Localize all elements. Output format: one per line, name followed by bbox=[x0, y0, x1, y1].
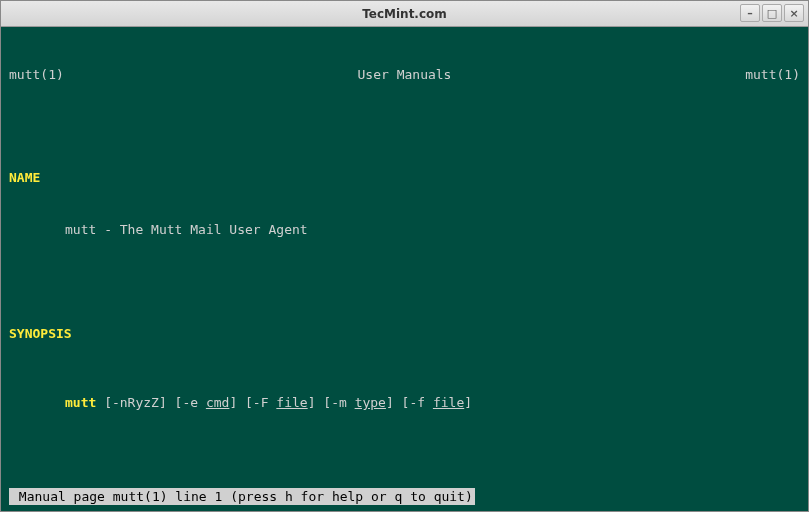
close-button[interactable]: × bbox=[784, 4, 804, 22]
header-center: User Manuals bbox=[358, 66, 452, 83]
window-controls: – □ × bbox=[740, 4, 804, 22]
pager-status: Manual page mutt(1) line 1 (press h for … bbox=[9, 488, 475, 505]
header-right: mutt(1) bbox=[745, 66, 800, 83]
name-line: mutt - The Mutt Mail User Agent bbox=[9, 221, 800, 238]
window-title: TecMint.com bbox=[362, 7, 447, 21]
maximize-button[interactable]: □ bbox=[762, 4, 782, 22]
manpage-header: mutt(1) User Manuals mutt(1) bbox=[9, 66, 800, 83]
window-titlebar: TecMint.com – □ × bbox=[1, 1, 808, 27]
terminal-viewport[interactable]: mutt(1) User Manuals mutt(1) NAME mutt -… bbox=[1, 27, 808, 511]
minimize-button[interactable]: – bbox=[740, 4, 760, 22]
synopsis-line: mutt [-nRyzZ] [-e cmd] [-F file] [-m typ… bbox=[9, 394, 800, 411]
section-name: NAME bbox=[9, 169, 800, 186]
header-left: mutt(1) bbox=[9, 66, 64, 83]
section-synopsis: SYNOPSIS bbox=[9, 325, 800, 342]
